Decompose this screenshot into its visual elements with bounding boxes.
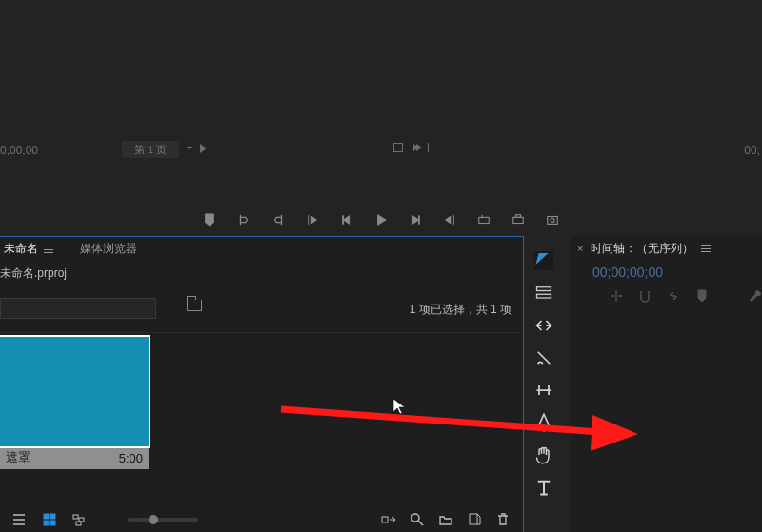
transport-bar [0, 208, 762, 231]
freeform-view-icon[interactable] [72, 512, 88, 527]
snap-icon[interactable] [638, 289, 652, 303]
in-point-icon[interactable] [237, 213, 251, 227]
timeline-toolbar [610, 289, 709, 303]
svg-point-4 [551, 218, 554, 222]
viewer-mid-icons [393, 143, 422, 152]
panel-menu-icon[interactable] [44, 246, 53, 253]
viewer-timecode-left: 0;00;00 [0, 144, 38, 157]
timeline-title: 时间轴：（无序列） [591, 241, 693, 257]
clip-thumbnail[interactable] [0, 337, 149, 446]
project-filename: 未命名.prproj [0, 266, 67, 282]
panel-menu-icon[interactable] [701, 245, 711, 252]
insert-icon[interactable] [477, 213, 491, 227]
viewer-info-bar: 0;00;00 第 1 页 00; [0, 141, 762, 160]
ripple-edit-tool[interactable] [534, 316, 553, 335]
marker-icon[interactable] [203, 213, 216, 227]
step-back-icon[interactable] [340, 213, 353, 227]
viewer-timecode-right: 00; [744, 144, 760, 157]
tools-palette [531, 251, 556, 497]
new-bin-icon[interactable] [438, 512, 453, 527]
tab-media-browser-label: 媒体浏览器 [80, 241, 137, 257]
svg-rect-2 [515, 215, 520, 218]
clip-label-row: 遮罩 5:00 [0, 446, 149, 469]
svg-rect-10 [79, 518, 84, 522]
source-monitor: 0;00;00 第 1 页 00; [0, 0, 762, 236]
tab-project[interactable]: 未命名 [4, 241, 53, 257]
find-icon[interactable] [410, 512, 425, 527]
tab-media-browser[interactable]: 媒体浏览器 [80, 241, 137, 257]
svg-rect-0 [479, 217, 490, 223]
selection-tool[interactable] [534, 251, 553, 270]
razor-tool[interactable] [534, 348, 553, 367]
project-footer-toolbar [0, 507, 522, 532]
filter-bin-icon[interactable] [187, 300, 202, 311]
clip-item[interactable]: 遮罩 5:00 [0, 337, 149, 469]
linked-selection-icon[interactable] [667, 289, 680, 303]
fast-forward-indicator-icon [416, 144, 422, 151]
svg-rect-5 [44, 514, 49, 519]
svg-rect-1 [513, 217, 524, 223]
pen-tool[interactable] [534, 413, 553, 432]
svg-rect-8 [50, 521, 55, 525]
out-point-icon[interactable] [271, 213, 285, 227]
insert-mode-icon[interactable] [610, 289, 623, 303]
settings-icon[interactable] [749, 289, 762, 305]
new-item-icon[interactable] [467, 512, 482, 527]
svg-rect-14 [470, 514, 477, 524]
svg-rect-15 [537, 287, 551, 291]
svg-rect-9 [73, 515, 78, 519]
selection-status: 1 项已选择，共 1 项 [410, 302, 511, 318]
svg-point-13 [411, 514, 419, 522]
clip-duration: 5:00 [119, 451, 143, 465]
page-dropdown-label: 第 1 页 [134, 143, 167, 157]
go-to-out-icon[interactable] [443, 213, 456, 227]
page-dropdown[interactable]: 第 1 页 [122, 141, 179, 158]
panel-tabs: 未命名 媒体浏览器 [0, 237, 523, 262]
stop-indicator-icon [393, 143, 403, 152]
project-panel: 未命名 媒体浏览器 未命名.prproj 1 项已选择，共 1 项 遮罩 5:0… [0, 236, 524, 532]
timeline-panel: × 时间轴：（无序列） 00;00;00;00 [572, 236, 762, 532]
automate-to-seq-icon[interactable] [381, 512, 396, 527]
svg-rect-11 [76, 522, 81, 525]
overwrite-icon[interactable] [511, 213, 525, 227]
list-view-icon[interactable] [11, 512, 27, 527]
play-icon[interactable] [200, 144, 207, 153]
icon-view-icon[interactable] [42, 512, 57, 527]
go-to-in-icon[interactable] [306, 213, 319, 227]
delete-icon[interactable] [495, 512, 511, 527]
search-input[interactable] [0, 298, 156, 319]
zoom-slider[interactable] [128, 518, 198, 522]
svg-rect-7 [44, 521, 49, 525]
export-frame-icon[interactable] [546, 213, 559, 227]
timeline-header: × 时间轴：（无序列） [572, 236, 762, 261]
svg-rect-6 [50, 514, 55, 519]
step-forward-icon[interactable] [409, 213, 422, 227]
project-right-tools [370, 507, 522, 532]
timeline-timecode[interactable]: 00;00;00;00 [592, 265, 663, 280]
clip-grid: 遮罩 5:00 [0, 332, 520, 480]
hand-tool[interactable] [534, 445, 553, 464]
type-tool[interactable] [534, 478, 553, 497]
svg-rect-16 [537, 294, 551, 298]
slip-tool[interactable] [534, 381, 553, 400]
svg-rect-3 [548, 217, 558, 225]
track-select-tool[interactable] [534, 284, 553, 303]
marker-small-icon[interactable] [695, 289, 709, 303]
svg-rect-12 [382, 517, 388, 522]
tab-project-label: 未命名 [4, 241, 38, 257]
close-icon[interactable]: × [577, 243, 583, 254]
play-button-icon[interactable] [374, 213, 388, 227]
clip-name: 遮罩 [6, 449, 30, 466]
